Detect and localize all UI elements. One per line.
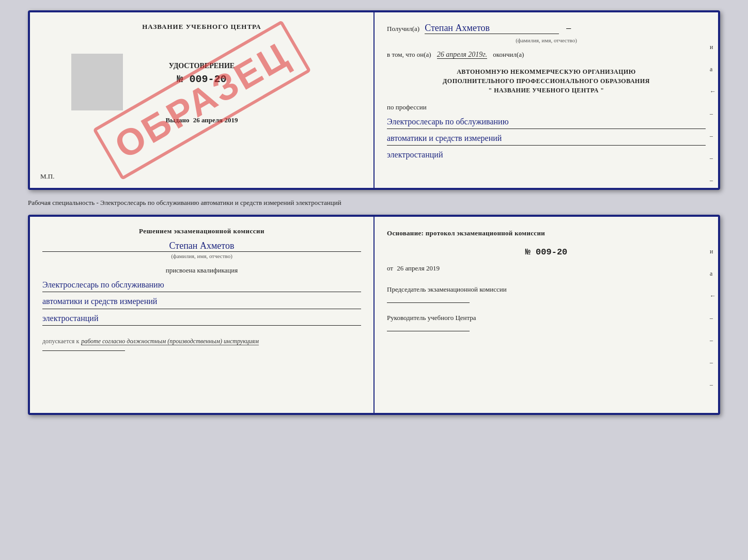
chairman-label: Председатель экзаменационной комиссии bbox=[387, 285, 706, 294]
bottom-right-panel: Основание: протокол экзаменационной коми… bbox=[375, 217, 718, 413]
sig-line-bottom-left bbox=[42, 350, 125, 351]
chairman-sig-line bbox=[387, 302, 470, 303]
bottom-document: Решением экзаменационной комиссии Степан… bbox=[28, 215, 720, 415]
org-block: АВТОНОМНУЮ НЕКОММЕРЧЕСКУЮ ОРГАНИЗАЦИЮ ДО… bbox=[387, 67, 706, 95]
qual-line1: Электрослесарь по обслуживанию bbox=[42, 278, 361, 292]
protocol-number: № 009-20 bbox=[387, 245, 706, 261]
commission-title: Решением экзаменационной комиссии bbox=[42, 227, 361, 235]
director-label: Руководитель учебного Центра bbox=[387, 313, 706, 323]
director-sig-line bbox=[387, 331, 470, 331]
chairman-block: Председатель экзаменационной комиссии bbox=[387, 285, 706, 303]
basis-block: Основание: протокол экзаменационной коми… bbox=[387, 227, 706, 274]
side-deco-top: и а ← – – – – bbox=[710, 43, 716, 184]
profession-line3: электростанций bbox=[387, 148, 706, 162]
name-hint-bottom: (фамилия, имя, отчество) bbox=[42, 253, 361, 259]
top-document: НАЗВАНИЕ УЧЕБНОГО ЦЕНТРА УДОСТОВЕРЕНИЕ №… bbox=[28, 10, 720, 190]
watermark-stamp: ОБРАЗЕЦ bbox=[92, 20, 311, 180]
profession-label: по профессии bbox=[387, 103, 706, 111]
side-deco-bottom: и а ← – – – – bbox=[710, 248, 716, 389]
name-hint-top: (фамилия, имя, отчество) bbox=[387, 37, 706, 43]
assigned-label: присвоена квалификация bbox=[42, 266, 361, 275]
received-prefix: Получил(а) bbox=[387, 25, 419, 33]
completed-line: в том, что он(а) 26 апреля 2019г. окончи… bbox=[387, 51, 706, 59]
profession-block-top: Электрослесарь по обслуживанию автоматик… bbox=[387, 115, 706, 162]
middle-text-block: Рабочая специальность - Электрослесарь п… bbox=[28, 195, 720, 210]
photo-placeholder bbox=[71, 54, 123, 110]
bottom-left-panel: Решением экзаменационной комиссии Степан… bbox=[30, 217, 375, 413]
received-name: Степан Ахметов bbox=[425, 23, 559, 34]
top-left-panel: НАЗВАНИЕ УЧЕБНОГО ЦЕНТРА УДОСТОВЕРЕНИЕ №… bbox=[30, 12, 375, 188]
profession-line1: Электрослесарь по обслуживанию bbox=[387, 115, 706, 129]
qual-block-bottom: Электрослесарь по обслуживанию автоматик… bbox=[42, 278, 361, 326]
allowed-block: допускается к работе согласно должностны… bbox=[42, 336, 361, 345]
issued-date-top: Выдано 26 апреля 2019 bbox=[42, 116, 361, 124]
mp-label: М.П. bbox=[40, 172, 54, 181]
qual-line2: автоматики и средств измерений bbox=[42, 294, 361, 309]
qual-line3: электростанций bbox=[42, 311, 361, 326]
school-title-top: НАЗВАНИЕ УЧЕБНОГО ЦЕНТРА bbox=[42, 23, 361, 31]
received-block: Получил(а) Степан Ахметов – bbox=[387, 23, 706, 34]
bottom-person-name: Степан Ахметов bbox=[42, 241, 361, 252]
bottom-person-block: Степан Ахметов bbox=[42, 241, 361, 252]
protocol-date: от 26 апреля 2019 bbox=[387, 262, 706, 274]
top-right-panel: Получил(а) Степан Ахметов – (фамилия, им… bbox=[375, 12, 718, 188]
middle-text-content: Рабочая специальность - Электрослесарь п… bbox=[28, 199, 341, 206]
profession-line2: автоматики и средств измерений bbox=[387, 131, 706, 146]
director-block: Руководитель учебного Центра bbox=[387, 313, 706, 331]
